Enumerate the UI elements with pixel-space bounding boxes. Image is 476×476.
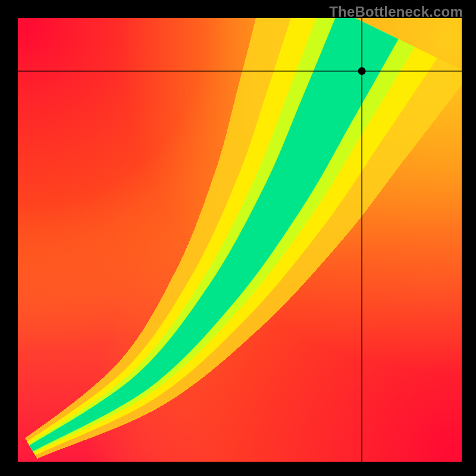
chart-container: TheBottleneck.com	[0, 0, 476, 476]
marker-point	[358, 67, 366, 75]
bottleneck-heatmap	[18, 18, 462, 462]
